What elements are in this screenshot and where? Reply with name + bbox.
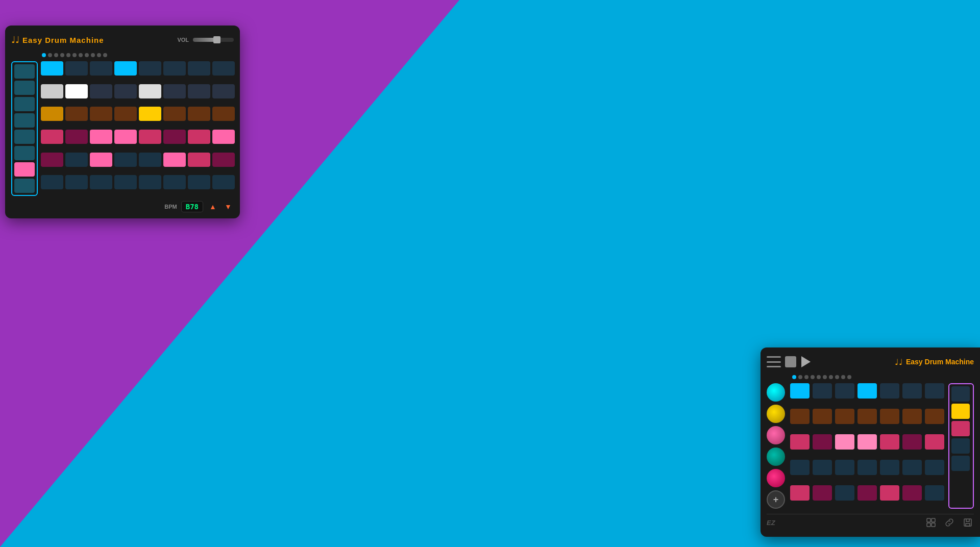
pad-r5c7[interactable] [188,153,210,167]
dm2-pad-r3c4[interactable] [857,434,877,450]
dm2-pad-r2c5[interactable] [880,409,899,424]
dm2-stop-button[interactable] [785,356,796,367]
pad-r4c2[interactable] [65,130,88,144]
pad-r2c7[interactable] [188,84,210,98]
dm2-pad-r2c2[interactable] [813,409,832,424]
pad-r2c4[interactable] [114,84,137,98]
pad-r4c7[interactable] [188,130,210,144]
dm2-pad-r4c4[interactable] [857,460,877,475]
pad-r2c1[interactable] [41,84,63,98]
pad-r3c2[interactable] [65,107,88,121]
dm1-left-pad-6[interactable] [14,146,35,160]
dm2-play-button[interactable] [800,356,812,367]
pad-r2c2[interactable] [65,84,88,98]
dm2-pad-r5c2[interactable] [813,485,832,501]
dm2-pad-r5c7[interactable] [925,485,944,501]
dm2-indicator-2[interactable] [798,375,802,379]
dm2-pad-r4c7[interactable] [925,460,944,475]
dm1-left-pad-3[interactable] [14,97,35,111]
dm2-pad-r5c6[interactable] [902,485,922,501]
dm2-indicator-5[interactable] [817,375,821,379]
dm1-bpm-display[interactable]: B78 [181,201,203,212]
pad-r5c4[interactable] [114,153,137,167]
dm2-pad-r3c2[interactable] [813,434,832,450]
dm2-pad-r1c6[interactable] [902,383,922,399]
control-btn-yellow[interactable] [767,405,785,423]
dm2-pad-r4c2[interactable] [813,460,832,475]
dm1-left-pad-2[interactable] [14,81,35,95]
dm2-pad-r1c3[interactable] [835,383,854,399]
dm1-bpm-down-button[interactable]: ▼ [223,201,234,212]
pad-r6c8[interactable] [212,175,235,189]
dm2-pad-r1c4[interactable] [857,383,877,399]
pad-r6c6[interactable] [163,175,186,189]
indicator-dot-3[interactable] [54,53,58,57]
dm1-left-pad-7[interactable] [14,162,35,177]
dm2-right-pad-1[interactable] [951,386,970,402]
pad-r1c7[interactable] [188,61,210,76]
pad-r5c2[interactable] [65,153,88,167]
dm2-pad-r4c6[interactable] [902,460,922,475]
dm1-left-pad-4[interactable] [14,113,35,128]
pad-r1c5[interactable] [139,61,161,76]
indicator-dot-6[interactable] [72,53,77,57]
dm2-indicator-9[interactable] [841,375,845,379]
dm2-right-pad-5[interactable] [951,456,970,471]
dm2-pad-r4c1[interactable] [790,460,810,475]
pad-r1c3[interactable] [90,61,112,76]
pad-r3c8[interactable] [212,107,235,121]
dm2-pad-r4c5[interactable] [880,460,899,475]
dm2-indicator-8[interactable] [835,375,839,379]
pad-r2c8[interactable] [212,84,235,98]
dm2-pad-r1c7[interactable] [925,383,944,399]
dm2-save-icon[interactable] [962,516,974,529]
control-btn-teal[interactable] [767,447,785,466]
pad-r5c6[interactable] [163,153,186,167]
dm1-bpm-up-button[interactable]: ▲ [207,201,218,212]
dm2-menu-button[interactable] [767,356,781,367]
dm2-pad-r1c5[interactable] [880,383,899,399]
dm2-pad-r5c1[interactable] [790,485,810,501]
pad-r6c4[interactable] [114,175,137,189]
pad-r5c8[interactable] [212,153,235,167]
pad-r2c6[interactable] [163,84,186,98]
pad-r6c5[interactable] [139,175,161,189]
dm1-left-pad-1[interactable] [14,64,35,79]
dm2-pad-r2c3[interactable] [835,409,854,424]
pad-r6c3[interactable] [90,175,112,189]
dm2-pad-r2c1[interactable] [790,409,810,424]
dm2-pad-r2c4[interactable] [857,409,877,424]
dm2-resize-icon[interactable] [925,516,937,529]
dm2-pad-r3c5[interactable] [880,434,899,450]
dm2-pad-r3c3[interactable] [835,434,854,450]
dm2-pad-r5c5[interactable] [880,485,899,501]
dm2-indicator-7[interactable] [829,375,833,379]
pad-r1c4[interactable] [114,61,137,76]
dm2-pad-r2c6[interactable] [902,409,922,424]
dm2-indicator-10[interactable] [847,375,851,379]
dm2-indicator-6[interactable] [823,375,827,379]
dm2-pad-r2c7[interactable] [925,409,944,424]
pad-r1c1[interactable] [41,61,63,76]
dm2-indicator-3[interactable] [804,375,808,379]
pad-r6c2[interactable] [65,175,88,189]
pad-r2c3[interactable] [90,84,112,98]
dm1-vol-slider[interactable] [193,38,234,42]
pad-r4c3[interactable] [90,130,112,144]
control-btn-add[interactable]: + [767,490,785,509]
dm2-indicator-4[interactable] [811,375,815,379]
pad-r2c5[interactable] [139,84,161,98]
control-btn-hotpink[interactable] [767,469,785,487]
dm1-left-pad-8[interactable] [14,179,35,193]
control-btn-cyan[interactable] [767,383,785,402]
pad-r5c5[interactable] [139,153,161,167]
dm2-pad-r1c2[interactable] [813,383,832,399]
pad-r5c3[interactable] [90,153,112,167]
indicator-dot-2[interactable] [48,53,52,57]
pad-r3c7[interactable] [188,107,210,121]
pad-r3c3[interactable] [90,107,112,121]
dm2-pad-r5c3[interactable] [835,485,854,501]
indicator-dot-10[interactable] [97,53,101,57]
dm2-pad-r5c4[interactable] [857,485,877,501]
dm2-right-pad-4[interactable] [951,438,970,454]
